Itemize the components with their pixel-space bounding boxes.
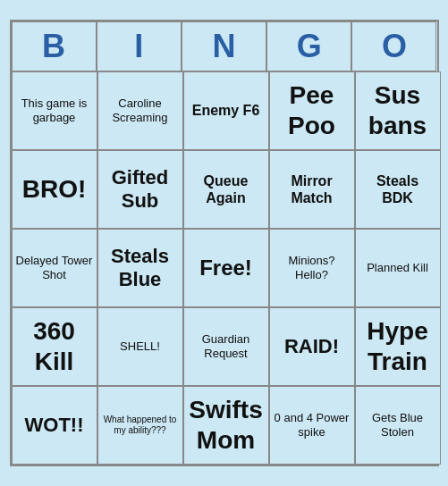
bingo-card: BINGO This game is garbageCaroline Screa… xyxy=(10,20,439,466)
bingo-cell: Caroline Screaming xyxy=(97,71,183,150)
bingo-cell: Pee Poo xyxy=(269,71,355,150)
bingo-cell: Guardian Request xyxy=(183,307,269,386)
bingo-cell: Hype Train xyxy=(355,307,441,386)
bingo-header: BINGO xyxy=(12,21,437,71)
bingo-cell: Delayed Tower Shot xyxy=(12,229,97,307)
header-letter: O xyxy=(351,21,436,71)
header-letter: B xyxy=(12,21,97,71)
bingo-cell: Enemy F6 xyxy=(183,71,269,150)
bingo-cell: 0 and 4 Power spike xyxy=(269,386,355,465)
bingo-cell: Mirror Match xyxy=(269,150,355,229)
header-letter: I xyxy=(97,21,182,71)
bingo-cell: Steals Blue xyxy=(97,229,183,307)
bingo-cell: SHELL! xyxy=(97,307,183,386)
bingo-cell: Minions? Hello? xyxy=(269,229,355,307)
bingo-cell: Gets Blue Stolen xyxy=(355,386,441,465)
bingo-cell: Swifts Mom xyxy=(183,386,269,465)
bingo-cell: Sus bans xyxy=(355,71,441,150)
bingo-cell: Gifted Sub xyxy=(97,150,183,229)
bingo-cell: Queue Again xyxy=(183,150,269,229)
bingo-cell: Steals BDK xyxy=(355,150,441,229)
bingo-cell: Free! xyxy=(183,229,269,307)
bingo-cell: Planned Kill xyxy=(355,229,441,307)
bingo-cell: BRO! xyxy=(12,150,97,229)
bingo-cell: This game is garbage xyxy=(12,71,97,150)
bingo-grid: This game is garbageCaroline ScreamingEn… xyxy=(12,71,437,465)
bingo-cell: 360 Kill xyxy=(12,307,97,386)
header-letter: N xyxy=(182,21,266,71)
bingo-cell: WOT!! xyxy=(12,386,97,465)
bingo-cell: RAID! xyxy=(269,307,355,386)
header-letter: G xyxy=(266,21,351,71)
bingo-cell: What happened to my ability??? xyxy=(97,386,183,465)
